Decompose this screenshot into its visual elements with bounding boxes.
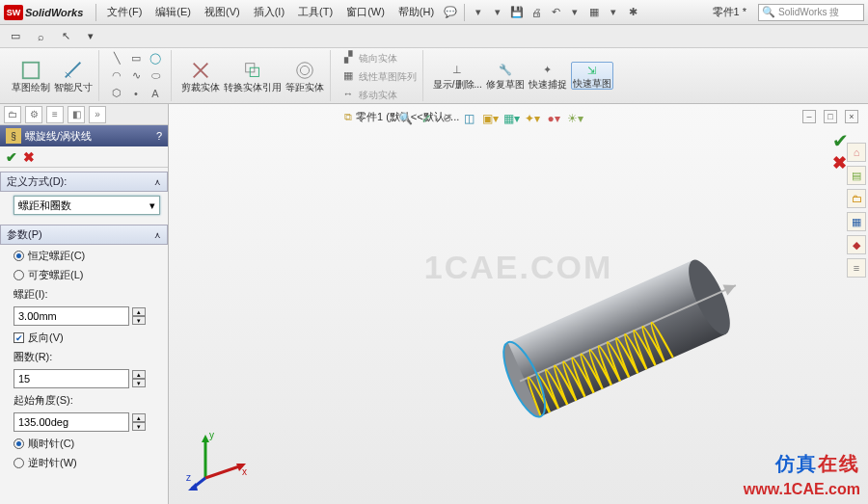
start-angle-input[interactable]: 135.00deg [14,412,129,432]
cmd-quick-snap[interactable]: ✦快速捕捉 [529,63,567,90]
cmd-rapid-sketch[interactable]: ⇲快速草图 [571,62,613,90]
confirm-cancel-icon[interactable]: ✖ [832,152,847,173]
spline-icon[interactable]: ∿ [128,68,144,84]
pitch-spinner[interactable]: ▴▾ [132,307,146,325]
cmd-linear-pattern[interactable]: ▦ 线性草图阵列 [340,68,417,84]
rect-icon[interactable]: ▭ [128,51,144,66]
radio-icon[interactable] [14,438,24,449]
tp-appearances-icon[interactable]: ◆ [847,235,866,254]
app-name: SolidWorks [25,7,83,18]
zoom-fit-icon[interactable]: 🔍 [395,109,415,128]
select-icon[interactable]: ▦ [585,4,603,21]
pm-title: 螺旋线/涡状线 [25,129,92,144]
new-doc-icon[interactable]: ▾ [470,4,487,21]
redo-icon[interactable]: ▾ [566,4,583,21]
tp-resources-icon[interactable]: ⌂ [847,143,866,162]
pm-tab-config-icon[interactable]: ≡ [46,106,64,123]
prev-view-icon[interactable]: ↺ [438,109,457,128]
window-max-icon[interactable]: □ [824,110,837,123]
collapse-icon[interactable]: ⋏ [154,230,161,240]
radio-icon[interactable] [14,270,24,280]
edit-appearance-icon[interactable]: ●▾ [544,109,563,128]
print-icon[interactable]: 🖨 [528,4,545,21]
view-orient-icon[interactable]: ▣▾ [480,109,500,128]
opt-clockwise[interactable]: 顺时针(C) [14,437,160,451]
tp-file-explorer-icon[interactable]: 🗀 [847,189,866,208]
confirm-ok-icon[interactable]: ✔ [832,129,849,152]
menu-window[interactable]: 窗口(W) [340,3,391,21]
start-angle-spinner[interactable]: ▴▾ [132,413,146,431]
pm-tab-extra-icon[interactable]: » [89,106,106,123]
cmd-trim[interactable]: 剪裁实体 [181,60,220,93]
menu-insert[interactable]: 插入(I) [248,3,290,21]
pm-help-icon[interactable]: ? [156,130,162,142]
tp-design-lib-icon[interactable]: ▤ [847,166,866,185]
svg-text:z: z [186,472,191,483]
undo-icon[interactable]: ↶ [547,4,564,21]
menu-view[interactable]: 视图(V) [199,3,246,21]
point-icon[interactable]: • [128,86,144,101]
poly-icon[interactable]: ⬡ [109,86,124,101]
line-icon[interactable]: ╲ [109,51,124,66]
slot-icon[interactable]: ⬭ [148,68,163,84]
section-define-header[interactable]: 定义方式(D): ⋏ [0,172,168,192]
pm-ok-icon[interactable]: ✔ [6,149,17,165]
open-icon[interactable]: ▾ [489,4,506,21]
opt-counterclockwise[interactable]: 逆时针(W) [14,456,160,470]
view-triad[interactable]: y x z [186,425,254,492]
arc-icon[interactable]: ◠ [109,68,124,84]
cmd-repair-sketch[interactable]: 🔧修复草图 [486,63,525,90]
tp-custom-icon[interactable]: ≡ [847,258,866,278]
cmd-sketch[interactable]: 草图绘制 [12,60,50,93]
zoom-area-icon[interactable]: ⤢ [417,109,436,128]
radio-icon[interactable] [14,458,24,468]
hide-show-icon[interactable]: ✦▾ [523,109,542,128]
menu-tools[interactable]: 工具(T) [292,3,339,21]
collapse-icon[interactable]: ⋏ [154,177,161,187]
pm-tab-display-icon[interactable]: ◧ [68,106,85,123]
heads-up-toolbar: 🔍 ⤢ ↺ ◫ ▣▾ ▦▾ ✦▾ ●▾ ☀▾ [395,108,584,129]
cmd-smart-dim[interactable]: 智能尺寸 [54,60,93,93]
menu-edit[interactable]: 编辑(E) [149,3,197,21]
opt-constant-pitch[interactable]: 恒定螺距(C) [14,249,160,263]
cmd-convert[interactable]: 转换实体引用 [224,60,282,93]
tp-view-palette-icon[interactable]: ▦ [847,212,866,231]
tb-dropdown-icon[interactable]: ▾ [81,28,100,45]
pitch-input[interactable]: 3.00mm [14,306,129,326]
tb-cursor-icon[interactable]: ↖ [56,28,75,45]
help-balloon-icon[interactable]: 💬 [442,4,459,21]
pm-tab-property-icon[interactable]: ⚙ [25,106,42,123]
checkbox-icon[interactable]: ✔ [14,332,24,343]
revolutions-spinner[interactable]: ▴▾ [132,370,146,387]
search-input[interactable]: 🔍 SolidWorks 搜 [758,4,864,21]
tb-filter-icon[interactable]: ⌕ [31,28,50,45]
cmd-move[interactable]: ↔ 移动实体 [340,87,397,102]
window-close-icon[interactable]: × [845,110,858,123]
define-method-dropdown[interactable]: 螺距和圈数▾ [14,196,160,215]
cmd-mirror[interactable]: ▞ 镜向实体 [340,50,397,66]
reverse-checkbox[interactable]: ✔ 反向(V) [14,331,160,345]
apply-scene-icon[interactable]: ☀▾ [565,109,584,128]
section-params-header[interactable]: 参数(P) ⋏ [0,225,168,245]
revolutions-input[interactable]: 15 [14,369,129,388]
part-icon: ⧉ [344,111,352,123]
menu-file[interactable]: 文件(F) [101,3,148,21]
opt-variable-pitch[interactable]: 可变螺距(L) [14,268,160,282]
graphics-viewport[interactable]: ⧉ 零件1 (默认<<默认>... 1CAE.COM [169,104,868,504]
radio-icon[interactable] [14,251,24,261]
cmd-offset[interactable]: 等距实体 [285,60,324,93]
task-pane[interactable]: ⌂ ▤ 🗀 ▦ ◆ ≡ [847,143,868,278]
pm-cancel-icon[interactable]: ✖ [23,149,35,165]
rebuild-icon[interactable]: ▾ [605,4,622,21]
options-icon[interactable]: ✱ [624,4,641,21]
text-icon[interactable]: A [148,86,163,101]
menu-help[interactable]: 帮助(H) [393,3,440,21]
save-icon[interactable]: 💾 [508,4,526,21]
pm-tab-feature-tree-icon[interactable]: 🗀 [4,106,21,123]
window-min-icon[interactable]: – [802,110,816,123]
cmd-display-delete[interactable]: ⊥显示/删除... [433,63,482,90]
section-view-icon[interactable]: ◫ [459,109,478,128]
tb-select-icon[interactable]: ▭ [6,28,25,45]
circle-icon[interactable]: ◯ [148,51,163,66]
display-style-icon[interactable]: ▦▾ [502,109,521,128]
